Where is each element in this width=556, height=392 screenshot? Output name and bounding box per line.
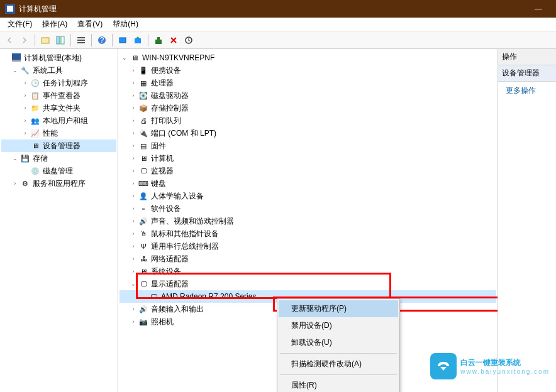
cpu-icon: ▦ xyxy=(138,78,148,88)
chevron-right-icon[interactable]: › xyxy=(130,155,137,162)
chevron-right-icon[interactable]: › xyxy=(130,268,137,275)
tree-label: 任务计划程序 xyxy=(43,78,88,89)
tree-disk-management[interactable]: 💿磁盘管理 xyxy=(1,165,116,177)
menu-properties[interactable]: 属性(R) xyxy=(279,377,398,392)
device-display[interactable]: ⌄🖵显示适配器 xyxy=(120,278,496,290)
chevron-right-icon[interactable]: › xyxy=(130,217,137,225)
chevron-right-icon[interactable]: › xyxy=(130,104,137,112)
nav-forward-button[interactable] xyxy=(18,33,31,47)
enable-button[interactable] xyxy=(182,33,196,47)
left-tree-pane: 计算机管理(本地) ⌄🔧系统工具 ›🕒任务计划程序 ›📋事件查看器 ›📁共享文件… xyxy=(0,49,118,392)
disable-button[interactable] xyxy=(167,33,181,47)
properties-button[interactable] xyxy=(38,33,52,47)
chevron-right-icon[interactable]: › xyxy=(130,305,137,313)
device-network[interactable]: ›🖧网络适配器 xyxy=(120,253,496,265)
tree-system-tools[interactable]: ⌄🔧系统工具 xyxy=(1,64,116,77)
minimize-button[interactable]: — xyxy=(526,0,551,18)
device-disk-drives[interactable]: ›💽磁盘驱动器 xyxy=(120,89,496,102)
tree-performance[interactable]: ›📈性能 xyxy=(1,127,116,139)
display-adapter-icon: 🖵 xyxy=(138,279,148,289)
chevron-right-icon[interactable]: › xyxy=(11,180,19,187)
nav-back-button[interactable] xyxy=(3,33,16,47)
menu-uninstall-device[interactable]: 卸载设备(U) xyxy=(279,334,398,351)
menu-scan-hardware[interactable]: 扫描检测硬件改动(A) xyxy=(279,356,398,373)
chevron-down-icon[interactable]: ⌄ xyxy=(11,67,19,74)
chevron-right-icon[interactable]: › xyxy=(130,192,137,200)
device-usb[interactable]: ›Ψ通用串行总线控制器 xyxy=(120,240,496,253)
uninstall-button[interactable] xyxy=(152,33,165,47)
actions-pane: 操作 设备管理器 更多操作 xyxy=(498,49,556,392)
device-software[interactable]: ›▫软件设备 xyxy=(120,202,496,215)
device-ports[interactable]: ›🔌端口 (COM 和 LPT) xyxy=(120,127,496,139)
menu-help[interactable]: 帮助(H) xyxy=(108,18,143,31)
device-storage-ctrl[interactable]: ›📦存储控制器 xyxy=(120,102,496,114)
help-button[interactable]: ? xyxy=(95,33,109,47)
chevron-right-icon[interactable]: › xyxy=(130,180,137,187)
chevron-right-icon[interactable]: › xyxy=(21,92,29,99)
device-computer[interactable]: ›🖥计算机 xyxy=(120,152,496,165)
list-button[interactable] xyxy=(74,33,88,47)
chevron-right-icon[interactable]: › xyxy=(21,104,29,112)
show-hide-button[interactable] xyxy=(53,33,67,47)
title-bar: 计算机管理 — xyxy=(0,0,556,18)
menu-update-driver[interactable]: 更新驱动程序(P) xyxy=(279,300,398,317)
chevron-right-icon[interactable]: › xyxy=(130,255,137,263)
tree-local-users[interactable]: ›👥本地用户和组 xyxy=(1,114,116,127)
chevron-down-icon[interactable]: ⌄ xyxy=(11,155,19,162)
device-keyboards[interactable]: ›⌨键盘 xyxy=(120,177,496,190)
expander-icon xyxy=(21,167,29,175)
menu-view[interactable]: 查看(V) xyxy=(72,18,108,31)
chevron-right-icon[interactable]: › xyxy=(130,67,137,74)
chevron-right-icon[interactable]: › xyxy=(130,242,137,250)
tree-device-manager[interactable]: 🖥设备管理器 xyxy=(1,139,116,152)
chevron-down-icon[interactable]: ⌄ xyxy=(130,280,137,288)
device-firmware[interactable]: ›▤固件 xyxy=(120,139,496,152)
chevron-right-icon[interactable]: › xyxy=(130,230,137,237)
chevron-right-icon[interactable]: › xyxy=(130,205,137,212)
sound-icon: 🔊 xyxy=(138,216,148,226)
tree-storage[interactable]: ⌄💾存储 xyxy=(1,152,116,165)
chevron-right-icon[interactable]: › xyxy=(130,318,137,325)
device-processors[interactable]: ›▦处理器 xyxy=(120,77,496,89)
chevron-right-icon[interactable]: › xyxy=(21,117,29,124)
menu-action[interactable]: 操作(A) xyxy=(37,18,72,31)
chevron-right-icon[interactable]: › xyxy=(21,129,29,137)
device-print-queues[interactable]: ›🖨打印队列 xyxy=(120,114,496,127)
device-sound[interactable]: ›🔊声音、视频和游戏控制器 xyxy=(120,215,496,227)
tree-shared-folders[interactable]: ›📁共享文件夹 xyxy=(1,102,116,114)
chevron-right-icon[interactable]: › xyxy=(21,79,29,87)
device-portable[interactable]: ›📱便携设备 xyxy=(120,64,496,77)
toolbar-separator xyxy=(70,34,71,46)
svg-rect-7 xyxy=(77,42,85,43)
chevron-right-icon[interactable]: › xyxy=(130,167,137,175)
svg-rect-5 xyxy=(77,37,85,38)
device-hid[interactable]: ›👤人体学输入设备 xyxy=(120,190,496,202)
update-button[interactable] xyxy=(131,33,145,47)
device-monitors[interactable]: ›🖵监视器 xyxy=(120,165,496,177)
device-mice[interactable]: ›🖱鼠标和其他指针设备 xyxy=(120,227,496,240)
watermark-text: 白云一键重装系统 www.baiyunxitong.com xyxy=(460,357,550,375)
chevron-right-icon[interactable]: › xyxy=(130,79,137,87)
tree-services-apps[interactable]: ›⚙服务和应用程序 xyxy=(1,177,116,190)
tree-label: AMD Radeon R7 200 Series xyxy=(161,292,256,301)
toolbar-separator xyxy=(35,34,35,46)
chevron-right-icon[interactable]: › xyxy=(130,142,137,150)
menu-file[interactable]: 文件(F) xyxy=(3,18,37,31)
chevron-right-icon[interactable]: › xyxy=(130,92,137,99)
tree-root[interactable]: 计算机管理(本地) xyxy=(1,52,116,64)
portable-icon: 📱 xyxy=(138,65,148,75)
action-more[interactable]: 更多操作 xyxy=(498,82,556,100)
tree-task-scheduler[interactable]: ›🕒任务计划程序 xyxy=(1,77,116,89)
tree-event-viewer[interactable]: ›📋事件查看器 xyxy=(1,89,116,102)
actions-context: 设备管理器 xyxy=(498,65,556,82)
chevron-right-icon[interactable]: › xyxy=(130,129,137,137)
chevron-right-icon[interactable]: › xyxy=(130,117,137,124)
tree-label: 显示适配器 xyxy=(151,279,189,290)
device-system[interactable]: ›🖥系统设备 xyxy=(120,265,496,278)
chevron-down-icon[interactable]: ⌄ xyxy=(121,54,128,62)
scan-button[interactable] xyxy=(116,33,130,47)
device-root[interactable]: ⌄🖥WIN-N9TKVNREPNF xyxy=(120,52,496,64)
tree-label: 监视器 xyxy=(151,166,174,177)
menu-disable-device[interactable]: 禁用设备(D) xyxy=(279,317,398,334)
menu-separator xyxy=(280,353,397,354)
